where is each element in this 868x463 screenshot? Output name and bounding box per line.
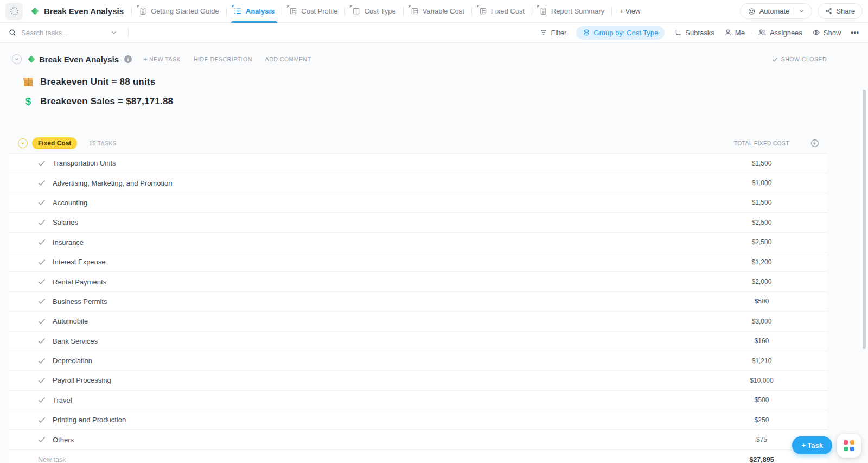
task-name[interactable]: Interest Expense [53,258,106,266]
dollar-icon: $ [23,96,33,107]
task-row[interactable]: Automobile $3,000 [9,312,827,331]
task-check-icon[interactable] [38,219,46,226]
task-fixed-cost-value[interactable]: $500 [697,396,827,404]
chevron-down-icon[interactable] [799,8,805,14]
group-by-button[interactable]: Group by: Cost Type [576,26,665,40]
task-name[interactable]: Advertising, Marketing, and Promotion [53,179,172,187]
task-row[interactable]: Transportation Units $1,500 [9,154,827,173]
task-fixed-cost-value[interactable]: $1,210 [697,357,827,365]
column-header-total-fixed-cost[interactable]: TOTAL FIXED COST [697,141,827,147]
task-check-icon[interactable] [38,278,46,286]
task-fixed-cost-value[interactable]: $250 [697,416,827,424]
task-check-icon[interactable] [38,179,46,187]
new-task-row[interactable]: New task [38,456,66,463]
task-check-icon[interactable] [38,258,46,266]
assignees-label: Assignees [770,29,802,37]
task-name[interactable]: Travel [53,396,72,404]
group-status-badge[interactable]: Fixed Cost [32,137,77,149]
task-name[interactable]: Bank Services [53,337,98,345]
task-fixed-cost-value[interactable]: $1,000 [697,179,827,187]
tab-getting-started-guide[interactable]: Getting Started Guide [132,0,226,23]
tab-fixed-cost[interactable]: Fixed Cost [472,0,532,23]
add-column-icon[interactable] [810,139,819,148]
task-check-icon[interactable] [38,160,46,167]
task-row[interactable]: Accounting $1,500 [9,193,827,213]
task-row[interactable]: Payroll Processing $10,000 [9,371,827,390]
task-name[interactable]: Insurance [53,238,84,246]
task-check-icon[interactable] [38,318,46,325]
task-row[interactable]: Travel $500 [9,391,827,410]
tab-analysis[interactable]: Analysis [227,0,282,23]
task-check-icon[interactable] [38,297,46,305]
task-name[interactable]: Depreciation [53,357,92,365]
info-icon[interactable]: i [124,55,132,63]
add-view-label: + View [619,7,640,15]
task-fixed-cost-value[interactable]: $1,200 [697,258,827,266]
collapse-group-button[interactable] [18,138,28,148]
task-check-icon[interactable] [38,238,46,246]
tab-report-summary[interactable]: Report Summary [532,0,611,23]
task-check-icon[interactable] [38,377,46,384]
task-check-icon[interactable] [38,396,46,404]
task-row[interactable]: Insurance $2,500 [9,233,827,252]
task-fixed-cost-value[interactable]: $2,000 [697,278,827,286]
task-fixed-cost-value[interactable]: $3,000 [697,318,827,325]
task-name[interactable]: Salaries [53,218,78,226]
share-button[interactable]: Share [818,3,863,19]
workspace-loading-button[interactable] [5,3,23,20]
collapse-list-button[interactable] [12,54,22,64]
search-input[interactable] [21,29,91,37]
task-fixed-cost-value[interactable]: $10,000 [697,377,827,384]
task-fixed-cost-value[interactable]: $2,500 [697,219,827,226]
me-filter-button[interactable]: Me [724,29,745,37]
task-row[interactable]: Others $75 [9,430,827,449]
task-name[interactable]: Printing and Production [53,416,126,424]
task-fixed-cost-value[interactable]: $1,500 [697,199,827,206]
task-row[interactable]: Interest Expense $1,200 [9,252,827,272]
new-task-button[interactable]: + NEW TASK [144,56,181,62]
assignees-button[interactable]: Assignees [758,29,802,37]
chevron-down-icon[interactable] [111,29,117,36]
task-check-icon[interactable] [38,199,46,206]
automate-button[interactable]: Automate [740,3,813,19]
task-fixed-cost-value[interactable]: $2,500 [697,238,827,246]
task-check-icon[interactable] [38,436,46,443]
task-check-icon[interactable] [38,337,46,345]
task-fixed-cost-value[interactable]: $1,500 [697,160,827,167]
task-row[interactable]: Advertising, Marketing, and Promotion $1… [9,173,827,193]
tab-cost-profile[interactable]: Cost Profile [282,0,344,23]
task-name[interactable]: Rental Payments [53,278,106,286]
show-button[interactable]: Show [812,29,841,37]
task-row[interactable]: Business Permits $500 [9,292,827,312]
add-task-fab[interactable]: + Task [792,436,832,454]
task-check-icon[interactable] [38,357,46,365]
show-closed-button[interactable]: SHOW CLOSED [772,56,827,62]
task-check-icon[interactable] [38,416,46,424]
more-options-button[interactable]: ••• [851,29,859,36]
task-name[interactable]: Automobile [53,317,88,325]
task-fixed-cost-value[interactable]: $500 [697,297,827,305]
task-row[interactable]: Printing and Production $250 [9,410,827,430]
hide-description-button[interactable]: HIDE DESCRIPTION [194,56,252,62]
add-view-button[interactable]: + View [612,0,647,23]
search-box[interactable] [9,29,124,37]
task-row[interactable]: Rental Payments $2,000 [9,272,827,291]
tab-cost-type[interactable]: Cost Type [345,0,403,23]
apps-launcher-button[interactable] [837,434,861,458]
vertical-scrollbar[interactable] [863,90,866,349]
task-name[interactable]: Accounting [53,199,87,207]
list-description[interactable]: Breakeven Unit = 88 units $ Breakeven Sa… [9,75,827,109]
tab-label: Report Summary [551,7,604,15]
task-row[interactable]: Depreciation $1,210 [9,351,827,371]
task-name[interactable]: Others [53,436,74,444]
task-fixed-cost-value[interactable]: $160 [697,337,827,345]
task-row[interactable]: Salaries $2,500 [9,213,827,232]
task-name[interactable]: Transportation Units [53,159,116,167]
subtasks-button[interactable]: Subtasks [674,29,714,37]
filter-button[interactable]: Filter [540,29,566,37]
task-name[interactable]: Business Permits [53,297,107,306]
task-row[interactable]: Bank Services $160 [9,332,827,351]
task-name[interactable]: Payroll Processing [53,376,111,384]
add-comment-button[interactable]: ADD COMMENT [265,56,311,62]
tab-variable-cost[interactable]: Variable Cost [404,0,471,23]
